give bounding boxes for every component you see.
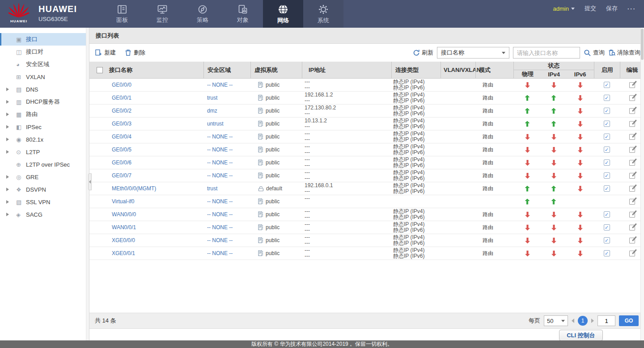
enable-checkbox[interactable] bbox=[604, 172, 610, 179]
edit-icon[interactable] bbox=[629, 95, 635, 101]
enable-checkbox[interactable] bbox=[604, 121, 610, 127]
edit-icon[interactable] bbox=[629, 160, 635, 166]
enable-checkbox[interactable] bbox=[604, 250, 610, 256]
expand-arrow-icon[interactable] bbox=[6, 100, 9, 104]
sidebar-item-route[interactable]: ▦ 路由 bbox=[0, 108, 89, 121]
interface-name-link[interactable]: GE0/0/6 bbox=[112, 159, 131, 166]
security-zone-link[interactable]: -- NONE -- bbox=[207, 211, 233, 218]
interface-name-link[interactable]: WAN0/0/0 bbox=[112, 211, 136, 218]
sidebar-item-interface-pair[interactable]: ◫ 接口对 bbox=[0, 46, 89, 58]
security-zone-link[interactable]: -- NONE -- bbox=[207, 172, 233, 179]
filter-field-select[interactable]: 接口名称 bbox=[437, 47, 509, 59]
more-menu-button[interactable]: ··· bbox=[627, 5, 636, 12]
tab-monitor[interactable]: 监控 bbox=[142, 0, 182, 28]
table-row[interactable]: GE0/0/2 dmz public 172.130.80.2--- 静态IP … bbox=[89, 105, 644, 117]
interface-name-link[interactable]: Virtual-if0 bbox=[112, 198, 134, 205]
expand-arrow-icon[interactable] bbox=[6, 200, 9, 204]
delete-button[interactable]: 删除 bbox=[125, 49, 145, 57]
table-row[interactable]: GE0/0/0 -- NONE -- public ------ 静态IP (I… bbox=[89, 79, 644, 92]
enable-checkbox[interactable] bbox=[604, 147, 610, 153]
edit-icon[interactable] bbox=[629, 134, 635, 140]
security-zone-link[interactable]: -- NONE -- bbox=[207, 237, 233, 243]
interface-name-link[interactable]: GE0/0/5 bbox=[112, 147, 131, 153]
enable-checkbox[interactable] bbox=[604, 237, 610, 243]
expand-arrow-icon[interactable] bbox=[6, 213, 9, 216]
expand-arrow-icon[interactable] bbox=[6, 150, 9, 154]
security-zone-link[interactable]: -- NONE -- bbox=[207, 82, 233, 88]
interface-name-link[interactable]: GE0/0/1 bbox=[112, 95, 131, 101]
sidebar-item-sacg[interactable]: ◈ SACG bbox=[0, 208, 89, 221]
edit-icon[interactable] bbox=[629, 212, 635, 218]
edit-icon[interactable] bbox=[629, 121, 635, 127]
edit-icon[interactable] bbox=[629, 147, 635, 153]
tab-network[interactable]: 网络 bbox=[263, 0, 303, 28]
enable-checkbox[interactable] bbox=[604, 95, 610, 101]
prev-page-button[interactable] bbox=[572, 319, 574, 323]
security-zone-link[interactable]: -- NONE -- bbox=[207, 198, 233, 205]
security-zone-link[interactable]: untrust bbox=[207, 121, 224, 127]
cli-console-button[interactable]: CLI 控制台 bbox=[559, 330, 603, 341]
sidebar-item-8021x[interactable]: ◉ 802.1x bbox=[0, 133, 89, 146]
sidebar-item-ssl-vpn[interactable]: ▧ SSL VPN bbox=[0, 196, 89, 208]
edit-icon[interactable] bbox=[629, 173, 635, 179]
enable-checkbox[interactable] bbox=[604, 134, 610, 140]
tab-object[interactable]: 对象 bbox=[223, 0, 263, 28]
table-row[interactable]: GE0/0/6 -- NONE -- public ------ 静态IP (I… bbox=[89, 156, 644, 169]
interface-name-link[interactable]: GE0/0/2 bbox=[112, 108, 131, 114]
enable-checkbox[interactable] bbox=[604, 82, 610, 88]
expand-arrow-icon[interactable] bbox=[6, 138, 9, 141]
main-scrollbar[interactable] bbox=[640, 28, 644, 340]
interface-name-link[interactable]: GE0/0/3 bbox=[112, 121, 131, 127]
sidebar-item-dhcp-server[interactable]: ▥ DHCP服务器 bbox=[0, 96, 89, 108]
interface-name-link[interactable]: GE0/0/4 bbox=[112, 134, 131, 140]
enable-checkbox[interactable] bbox=[604, 211, 610, 218]
edit-icon[interactable] bbox=[629, 108, 635, 114]
sidebar-item-vxlan[interactable]: ⊞ VXLAN bbox=[0, 71, 89, 83]
interface-name-link[interactable]: XGE0/0/1 bbox=[112, 250, 135, 256]
sidebar-item-dsvpn[interactable]: ❖ DSVPN bbox=[0, 183, 89, 196]
tab-policy[interactable]: 策略 bbox=[182, 0, 223, 28]
table-row[interactable]: GE0/0/5 -- NONE -- public ------ 静态IP (I… bbox=[89, 143, 644, 156]
tab-system[interactable]: 系统 bbox=[303, 0, 343, 28]
interface-name-link[interactable]: GE0/0/7 bbox=[112, 172, 131, 179]
enable-checkbox[interactable] bbox=[604, 159, 610, 166]
tab-dashboard[interactable]: 面板 bbox=[102, 0, 142, 28]
search-input[interactable] bbox=[513, 47, 580, 59]
sidebar-item-gre[interactable]: ◎ GRE bbox=[0, 171, 89, 183]
security-zone-link[interactable]: -- NONE -- bbox=[207, 147, 233, 153]
current-page-badge[interactable]: 1 bbox=[578, 316, 588, 326]
new-button[interactable]: 新建 bbox=[95, 49, 116, 57]
expand-arrow-icon[interactable] bbox=[6, 188, 9, 191]
goto-page-input[interactable] bbox=[597, 315, 615, 326]
sidebar-item-security-zone[interactable]: ◕ 安全区域 bbox=[0, 58, 89, 71]
enable-checkbox[interactable] bbox=[604, 108, 610, 114]
sidebar-item-l2tp[interactable]: ⊙ L2TP bbox=[0, 146, 89, 158]
edit-icon[interactable] bbox=[629, 186, 635, 192]
go-button[interactable]: GO bbox=[619, 315, 639, 326]
interface-name-link[interactable]: GE0/0/0 bbox=[112, 82, 131, 88]
security-zone-link[interactable]: trust bbox=[207, 185, 217, 192]
query-button[interactable]: 查询 bbox=[584, 49, 605, 57]
expand-arrow-icon[interactable] bbox=[6, 113, 9, 116]
security-zone-link[interactable]: -- NONE -- bbox=[207, 134, 233, 140]
sidebar-item-interface[interactable]: ▣ 接口 bbox=[0, 33, 89, 46]
edit-icon[interactable] bbox=[629, 82, 635, 88]
per-page-select[interactable]: 50 bbox=[544, 315, 568, 326]
sidebar-item-l2tp-over-ipsec[interactable]: ⊕ L2TP over IPSec bbox=[0, 158, 89, 171]
security-zone-link[interactable]: -- NONE -- bbox=[207, 250, 233, 256]
sidebar-item-dns[interactable]: ▤ DNS bbox=[0, 83, 89, 96]
expand-arrow-icon[interactable] bbox=[6, 175, 9, 179]
refresh-button[interactable]: 刷新 bbox=[413, 49, 433, 57]
sidebar-collapse-handle[interactable] bbox=[88, 173, 92, 190]
sidebar-item-ipsec[interactable]: ◧ IPSec bbox=[0, 121, 89, 133]
interface-name-link[interactable]: MEth0/0/0(MGMT) bbox=[112, 185, 156, 192]
expand-arrow-icon[interactable] bbox=[6, 88, 9, 91]
interface-name-link[interactable]: XGE0/0/0 bbox=[112, 237, 135, 243]
select-all-checkbox[interactable] bbox=[97, 67, 103, 73]
interface-name-link[interactable]: WAN0/0/1 bbox=[112, 224, 136, 231]
table-row[interactable]: GE0/0/7 -- NONE -- public ------ 静态IP (I… bbox=[89, 169, 644, 182]
edit-icon[interactable] bbox=[629, 199, 635, 205]
security-zone-link[interactable]: -- NONE -- bbox=[207, 224, 233, 231]
security-zone-link[interactable]: -- NONE -- bbox=[207, 159, 233, 166]
table-row[interactable]: MEth0/0/0(MGMT) trust default 192.168.0.… bbox=[89, 182, 644, 195]
